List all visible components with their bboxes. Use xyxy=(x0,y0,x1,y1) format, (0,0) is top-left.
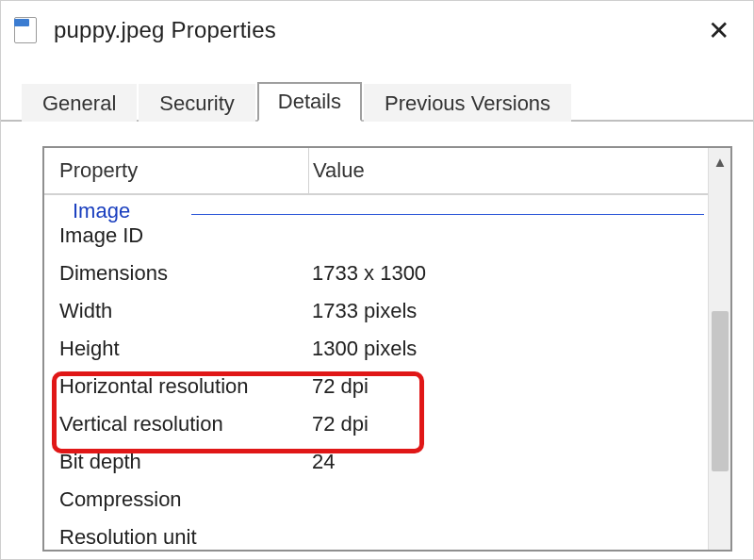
property-name: Dimensions xyxy=(44,261,308,286)
tab-previous-versions[interactable]: Previous Versions xyxy=(364,84,571,122)
scroll-up-button[interactable]: ▲ xyxy=(709,148,731,174)
titlebar: puppy.jpeg Properties ✕ xyxy=(1,1,753,58)
details-panel: Property Value Image Image ID Dimensions… xyxy=(42,146,732,552)
property-name: Vertical resolution xyxy=(44,412,308,436)
scroll-track[interactable] xyxy=(709,174,730,550)
table-row[interactable]: Width 1733 pixels xyxy=(44,292,730,330)
properties-dialog: puppy.jpeg Properties ✕ General Security… xyxy=(0,0,754,560)
property-name: Height xyxy=(44,337,308,361)
property-name: Width xyxy=(44,299,308,323)
column-header-property[interactable]: Property xyxy=(44,158,308,183)
scroll-thumb[interactable] xyxy=(712,311,729,471)
vertical-scrollbar[interactable]: ▲ xyxy=(708,148,730,550)
property-value: 1300 pixels xyxy=(308,337,730,361)
close-icon: ✕ xyxy=(708,15,729,46)
table-row[interactable]: Vertical resolution 72 dpi xyxy=(44,405,730,443)
window-title: puppy.jpeg Properties xyxy=(54,17,697,43)
close-button[interactable]: ✕ xyxy=(697,8,740,52)
chevron-up-icon: ▲ xyxy=(713,154,728,170)
tab-security[interactable]: Security xyxy=(139,84,254,122)
file-icon xyxy=(14,17,41,43)
tab-details[interactable]: Details xyxy=(257,82,362,122)
column-headers: Property Value xyxy=(44,148,730,195)
property-name: Horizontal resolution xyxy=(44,374,308,399)
table-row[interactable]: Height 1300 pixels xyxy=(44,330,730,368)
property-name: Compression xyxy=(44,487,308,512)
table-row[interactable]: Image ID xyxy=(44,217,730,255)
property-name: Resolution unit xyxy=(44,525,308,550)
property-value: 1733 pixels xyxy=(308,299,730,323)
tab-general[interactable]: General xyxy=(22,84,137,122)
property-value: 72 dpi xyxy=(308,412,730,436)
table-row[interactable]: Horizontal resolution 72 dpi xyxy=(44,368,730,405)
details-panel-wrap: Property Value Image Image ID Dimensions… xyxy=(1,122,753,552)
property-rows: Image ID Dimensions 1733 x 1300 Width 17… xyxy=(44,215,730,552)
property-name: Bit depth xyxy=(44,450,308,474)
property-value: 1733 x 1300 xyxy=(308,261,730,286)
property-name: Image ID xyxy=(44,223,308,248)
column-header-value[interactable]: Value xyxy=(309,158,730,183)
table-row[interactable]: Compression xyxy=(44,481,730,519)
property-value: 72 dpi xyxy=(308,374,730,399)
table-row[interactable]: Dimensions 1733 x 1300 xyxy=(44,255,730,292)
table-row[interactable]: Resolution unit xyxy=(44,519,730,552)
property-value: 24 xyxy=(308,450,730,474)
table-row[interactable]: Bit depth 24 xyxy=(44,443,730,481)
tabstrip: General Security Details Previous Versio… xyxy=(1,78,753,122)
